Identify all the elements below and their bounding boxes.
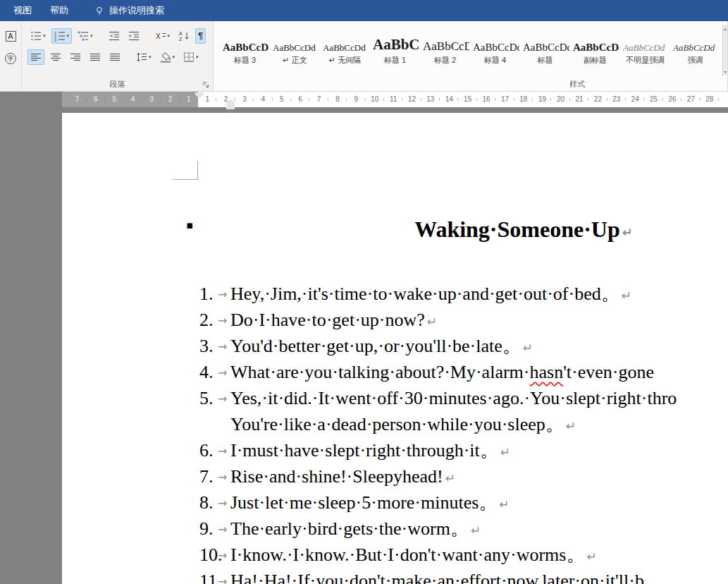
ruler-number: 7 [309, 92, 328, 107]
text-line[interactable]: You're·like·a·dead·person·while·you·slee… [230, 411, 728, 437]
list-item-4: 4.→What·are·you·talking·about?·My·alarm·… [199, 359, 728, 385]
line-spacing-button[interactable]: ▾ [133, 49, 154, 65]
text-line[interactable]: Yes,·it·did.·It·went·off·30·minutes·ago.… [230, 385, 728, 411]
style-card-7[interactable]: AaBbCcDd标题 [521, 25, 569, 66]
lightbulb-icon [94, 6, 104, 16]
list-item-2: 2.→Do·I·have·to·get·up·now?↵ [199, 307, 728, 333]
ribbon-tab-2[interactable]: 帮助 [41, 0, 78, 21]
text-line[interactable]: Do·I·have·to·get·up·now?↵ [230, 307, 728, 333]
text-line[interactable]: Rise·and·shine!·Sleepyhead!↵ [230, 463, 728, 489]
paragraph-mark-icon: ↵ [566, 419, 576, 433]
tell-me-search[interactable]: 操作说明搜索 [89, 0, 170, 21]
tell-me-label: 操作说明搜索 [109, 4, 164, 17]
borders-button[interactable]: ▾ [180, 49, 202, 65]
paragraph-dialog-launcher[interactable] [202, 80, 210, 89]
ruler-number: 7 [68, 92, 86, 107]
enclosed-characters-button[interactable]: 字 [2, 51, 19, 66]
tab-mark-icon: → [218, 542, 227, 568]
style-name: 不明显强调 [626, 54, 665, 66]
paragraph-mark-icon: ↵ [586, 549, 596, 564]
text-line[interactable]: Ha!·Ha!·If·you·don't·make·an·effort·now,… [230, 568, 728, 584]
ruler-number: 10 [366, 92, 384, 107]
text-line[interactable]: What·are·you·talking·about?·My·alarm·has… [230, 359, 728, 385]
style-gallery: AaBbCcDd标题 3AaBbCcDd↵ 正文AaBbCcDd↵ 无间隔AaB… [214, 21, 727, 66]
character-border-button[interactable]: A [3, 28, 19, 44]
ruler-number: 27 [681, 92, 700, 107]
shading-button[interactable]: ▾ [157, 49, 178, 65]
misspelled-word: hasn [529, 362, 563, 382]
bullets-button[interactable]: ▾ [27, 28, 49, 44]
ruler-margin-scale: 7654321 [62, 92, 198, 107]
chevron-down-icon: ▾ [90, 33, 93, 39]
text-line[interactable]: I·know.·I·know.·But·I·don't·want·any·wor… [230, 542, 728, 568]
sort-icon: A Z [178, 30, 190, 42]
ruler-number: 24 [626, 92, 644, 107]
style-name: 标题 [538, 54, 553, 66]
ruler-number: 20 [551, 92, 569, 107]
show-formatting-marks-button[interactable]: ¶ [195, 28, 206, 44]
ruler-number: 13 [421, 92, 440, 107]
pilcrow-icon: ¶ [198, 30, 203, 42]
tab-mark-icon: → [218, 438, 227, 464]
titlebar-tabs: 视图帮助 [4, 0, 78, 21]
gallery-down-icon: ▾ [724, 69, 726, 74]
distribute-button[interactable] [106, 49, 123, 65]
style-card-8[interactable]: AaBbCcDd副标题 [571, 25, 619, 66]
distribute-icon [109, 51, 121, 63]
style-preview: AaBbCcDd [321, 28, 369, 54]
multilevel-list-button[interactable]: ▾ [75, 28, 96, 44]
text-line[interactable]: Hey,·Jim,·it's·time·to·wake·up·and·get·o… [230, 281, 728, 307]
tab-mark-icon: → [218, 308, 227, 334]
style-card-4[interactable]: AaBbCcDd标题 1 [371, 25, 419, 66]
sort-button[interactable]: A Z [175, 28, 192, 44]
ribbon-tab-1[interactable]: 视图 [4, 0, 41, 21]
align-center-button[interactable] [47, 49, 64, 65]
increase-indent-button[interactable] [125, 28, 142, 44]
paragraph-mark-icon: ↵ [427, 315, 437, 329]
paragraph-mark-icon: ↵ [622, 225, 633, 240]
ruler-number: 3 [142, 92, 161, 107]
dialog-launcher-icon [202, 81, 210, 89]
numbering-button[interactable]: 1 2 3 ▾ [51, 28, 73, 44]
style-card-3[interactable]: AaBbCcDd↵ 无间隔 [321, 25, 369, 66]
style-card-1[interactable]: AaBbCcDd标题 3 [221, 25, 269, 66]
tab-mark-icon: → [218, 490, 227, 516]
ruler-number: 6 [291, 92, 309, 107]
tab-mark-icon: → [218, 516, 227, 542]
ribbon: A 字 ▾ 1 2 3 ▾ [0, 21, 728, 92]
doc-title-text: Waking·Someone·Up [414, 217, 620, 242]
paragraph-mark-icon: ↵ [471, 523, 481, 537]
list-item-10: 10.→I·know.·I·know.·But·I·don't·want·any… [199, 542, 728, 568]
paragraph-mark-icon: ↵ [445, 471, 455, 485]
decrease-indent-button[interactable] [106, 28, 123, 44]
justify-button[interactable] [87, 49, 104, 65]
ruler-number: 15 [458, 92, 476, 107]
ruler-number: 9 [347, 92, 365, 107]
style-gallery-scrollbar[interactable]: ▴ ▾ [722, 25, 727, 75]
list-item-7: 7.→Rise·and·shine!·Sleepyhead!↵ [199, 463, 728, 489]
document-page[interactable]: ▪ Waking·Someone·Up↵ 1.→Hey,·Jim,·it's·t… [62, 113, 728, 584]
style-card-10[interactable]: AaBbCcDd强调 [671, 25, 720, 66]
style-preview: AaBbCcDd [571, 28, 619, 54]
text-line[interactable]: I·must·have·slept·right·through·it。↵ [230, 437, 728, 463]
style-card-5[interactable]: AaBbCcDd标题 2 [421, 25, 469, 66]
text-area: Waking·Someone·Up↵ 1.→Hey,·Jim,·it's·tim… [199, 113, 728, 584]
style-name: 标题 1 [384, 54, 406, 66]
text-line[interactable]: You'd·better·get·up,·or·you'll·be·late。↵ [230, 333, 728, 359]
list-item-11: 11.→Ha!·Ha!·If·you·don't·make·an·effort·… [199, 568, 728, 584]
numbering-icon: 1 2 3 [54, 30, 66, 42]
asian-layout-button[interactable]: X ▾ [152, 28, 173, 44]
style-card-2[interactable]: AaBbCcDd↵ 正文 [271, 25, 319, 66]
style-preview: AaBbCcDd [471, 28, 519, 54]
style-card-9[interactable]: AaBbCcDd不明显强调 [621, 25, 670, 66]
text-line[interactable]: The·early·bird·gets·the·worm。↵ [230, 516, 728, 542]
list-number: 4. [199, 359, 214, 385]
ruler-number: 23 [607, 92, 626, 107]
style-card-6[interactable]: AaBbCcDd标题 4 [471, 25, 519, 66]
text-line[interactable]: Just·let·me·sleep·5·more·minutes。↵ [230, 489, 728, 516]
left-indent-marker[interactable] [226, 105, 235, 109]
align-left-button[interactable] [27, 49, 44, 65]
list-item-5: 5.→Yes,·it·did.·It·went·off·30·minutes·a… [199, 385, 728, 437]
horizontal-ruler[interactable]: 7654321 12345678910111213141516171819202… [0, 92, 728, 107]
align-right-button[interactable] [67, 49, 84, 65]
